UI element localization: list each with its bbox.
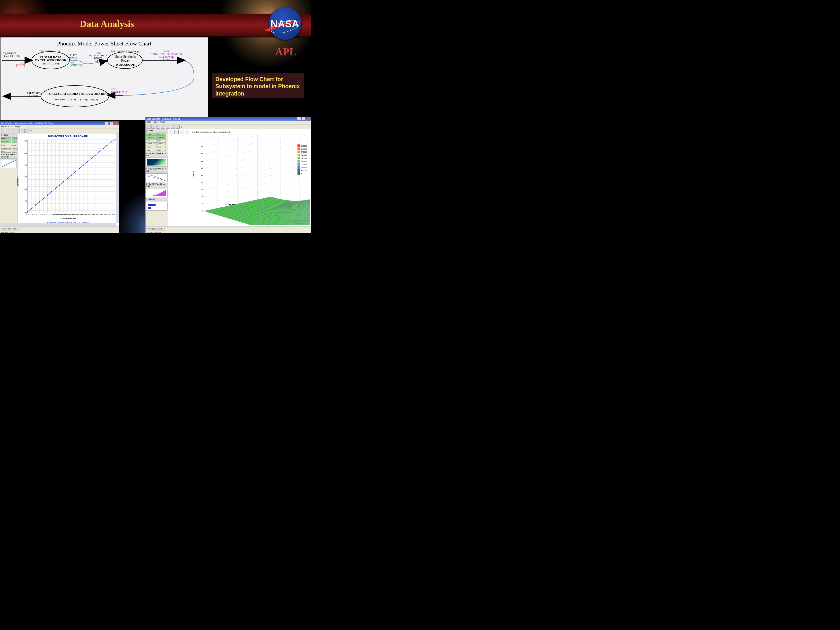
- zoom-icon[interactable]: [180, 130, 184, 134]
- wb3-l2: PWR TOTAL = (0.23)(.77)(1358) (1/ R²) (A…: [49, 98, 103, 101]
- side-thumb[interactable]: [146, 158, 167, 167]
- svg-text:23.5741: 23.5741: [301, 154, 307, 156]
- menu-data[interactable]: Data: [1, 125, 6, 128]
- window-buttons[interactable]: _ □ ×: [297, 117, 310, 120]
- wb3-l1: CALCULATE ARRAY AREA WORKBOOK: [49, 92, 103, 96]
- side-hdr[interactable]: 4 - Tx_RF_Pwr, AU vs ARR: [145, 183, 168, 188]
- side-thumb[interactable]: [1, 159, 17, 168]
- svg-text:4: 4: [202, 203, 203, 205]
- nasa-logo: NASA: [264, 7, 306, 41]
- hscrollbar[interactable]: [0, 223, 116, 226]
- lbl-tx-rf: Tx_RF-PWR: [3, 52, 16, 55]
- de-right-toolbar[interactable]: ?: [145, 125, 311, 129]
- tool-icon[interactable]: [161, 125, 165, 129]
- de-right-chart[interactable]: 04812162024283236Tx_RF_PwrAUARRAY35.5113…: [170, 135, 310, 225]
- svg-rect-602: [297, 151, 300, 153]
- de-left-menu[interactable]: Data Edit Page: [0, 125, 119, 129]
- slide-title: Data Analysis: [0, 19, 214, 29]
- wb2-l1: Solar Sentinels: [114, 55, 137, 59]
- side-hdr[interactable]: 3 - Tx_RF_Pwr vs AU vs AR: [145, 167, 168, 173]
- menu-data[interactable]: Data: [147, 121, 151, 123]
- side-table: $17.00$17.751.38e+0071.38e+007$.1/2$.1/2…: [145, 133, 166, 152]
- svg-rect-598: [297, 144, 300, 147]
- add-page-button[interactable]: Add Page/Chart...: [1, 227, 19, 231]
- svg-text:450: 450: [25, 200, 27, 202]
- svg-rect-606: [297, 157, 300, 159]
- svg-rect-608: [297, 160, 300, 163]
- side-thumb[interactable]: [146, 189, 167, 197]
- chart-toolbar[interactable]: Drag Left button to Zoom, Right button t…: [169, 129, 230, 134]
- tool-icon[interactable]: [171, 125, 175, 129]
- tool-icon[interactable]: [11, 129, 15, 133]
- svg-text:0: 0: [301, 173, 302, 175]
- chart-title: BUS POWER VS Tx RF POWER: [18, 135, 118, 138]
- svg-text:350: 350: [25, 212, 27, 214]
- vscrollbar[interactable]: [116, 133, 119, 223]
- tool-icon[interactable]: [169, 130, 173, 134]
- side-hdr[interactable]: 2 - Tx_RF_Pwr vs AU vs AR: [145, 152, 168, 158]
- side-hdr-2[interactable]: 2 - BUS POWER VS Tx RF: [0, 153, 17, 159]
- lbl-range: Range (30 – 250): [3, 55, 21, 57]
- tool-icon[interactable]: [1, 129, 5, 133]
- add-page-button[interactable]: Add Page/Chart...: [147, 227, 165, 231]
- wb1-l2: EXCEL WORKBOOK: [35, 58, 67, 62]
- svg-text:24: 24: [201, 167, 203, 169]
- svg-text:950: 950: [25, 140, 27, 142]
- de-left-sidebar[interactable]: 1 - Table $17.00$17.751.38e+0071.38e+007…: [0, 133, 17, 226]
- hint: Drag Left button to Zoom, Right button t…: [192, 131, 230, 133]
- de-left-chart[interactable]: BUS POWER VS Tx RF POWER 30.0040.0050.00…: [18, 134, 118, 225]
- svg-text:16: 16: [201, 182, 203, 183]
- side-table: $17.00$17.751.38e+0071.38e+007$.1/2$.1/2…: [0, 137, 17, 153]
- tool-icon[interactable]: [156, 125, 160, 129]
- nasa-text: NASA: [267, 19, 302, 29]
- side-hdr[interactable]: 5 - ARRAY: [145, 198, 168, 201]
- lbl-totalpwr: H:52 TOTAL POWER [INPUT]: [111, 88, 135, 96]
- de-left-toolbar[interactable]: ?: [0, 129, 119, 133]
- svg-text:31.5302: 31.5302: [301, 148, 307, 150]
- svg-text:27.5522: 27.5522: [301, 151, 307, 153]
- menu-page[interactable]: Page: [15, 125, 20, 128]
- lbl-h71: H:71 TOTAL CBE + 30% MARGIN (BUS POWER) …: [147, 50, 186, 61]
- svg-text:15.6151: 15.6151: [301, 161, 307, 163]
- wb2-l3: WORKBOOK: [114, 63, 137, 66]
- menu-edit[interactable]: Edit: [154, 121, 158, 123]
- tool-icon[interactable]: [185, 130, 189, 134]
- de-right-menu[interactable]: Data Edit Page: [145, 121, 311, 125]
- maximize-icon[interactable]: □: [302, 117, 306, 120]
- svg-text:50.00: 50.00: [34, 214, 38, 216]
- de-left-titlebar[interactable]: Data Explorer (Parametric Study) : 8/8/2…: [0, 121, 119, 125]
- statusbar: For Help, press F1: [0, 231, 119, 233]
- tool-icon[interactable]: [6, 129, 10, 133]
- menu-edit[interactable]: Edit: [8, 125, 13, 128]
- tool-icon[interactable]: [21, 129, 25, 133]
- de-right-titlebar[interactable]: Data Explorer : 8/11/2006, 0:35:41 _ □ ×: [145, 117, 311, 121]
- side-hdr-1[interactable]: 1 - Table: [0, 133, 17, 137]
- svg-line-10: [2, 160, 16, 167]
- tool-icon[interactable]: [25, 129, 29, 133]
- minimize-icon[interactable]: _: [297, 117, 301, 120]
- help-icon[interactable]: ?: [181, 125, 182, 128]
- de-right-title: Data Explorer : 8/11/2006, 0:35:41: [147, 118, 180, 120]
- xlabel: Tx RF Power (W): [18, 217, 118, 219]
- tool-icon[interactable]: [16, 129, 20, 133]
- svg-text:650: 650: [25, 176, 27, 178]
- tool-icon[interactable]: [176, 125, 180, 129]
- window-buttons[interactable]: _ □ ×: [104, 122, 118, 125]
- side-thumb[interactable]: [146, 202, 167, 210]
- svg-text:ARRAY: ARRAY: [193, 171, 195, 178]
- side-thumb[interactable]: [146, 173, 167, 182]
- minimize-icon[interactable]: _: [105, 122, 109, 125]
- tool-icon[interactable]: [152, 125, 155, 129]
- maximize-icon[interactable]: □: [109, 122, 113, 125]
- close-icon[interactable]: ×: [306, 117, 310, 120]
- tool-icon[interactable]: [147, 125, 150, 129]
- svg-point-8: [41, 85, 109, 107]
- close-icon[interactable]: ×: [114, 122, 118, 125]
- side-hdr[interactable]: 1 - Table: [145, 129, 168, 133]
- svg-rect-610: [297, 163, 300, 166]
- help-icon[interactable]: ?: [30, 129, 32, 133]
- menu-page[interactable]: Page: [160, 121, 165, 123]
- tool-icon[interactable]: [166, 125, 170, 129]
- de-right-sidebar[interactable]: 1 - Table $17.00$17.751.38e+0071.38e+007…: [145, 129, 168, 226]
- tool-icon[interactable]: [174, 130, 178, 134]
